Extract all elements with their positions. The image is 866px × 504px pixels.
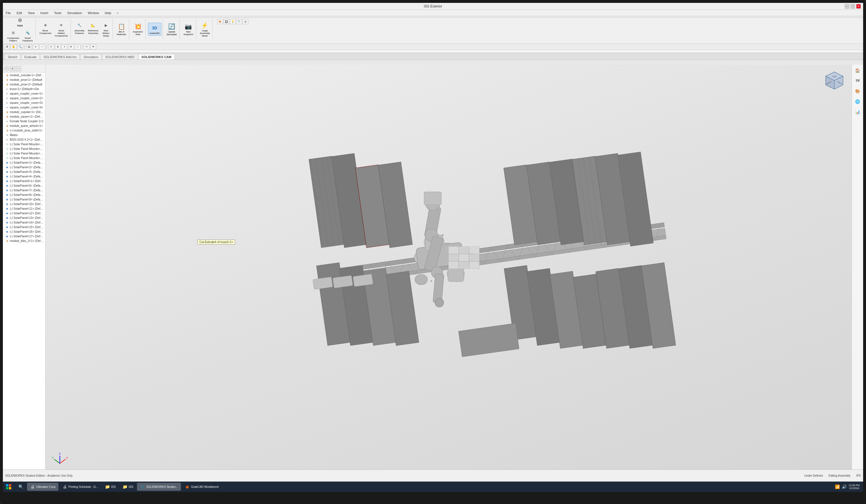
tree-item-11[interactable]: ◉module_quest_airlock<1>: [3, 123, 45, 128]
view-btn-pan[interactable]: ✋: [11, 44, 16, 49]
right-chart-icon[interactable]: 📊: [853, 107, 862, 116]
tree-item-4[interactable]: ▸square_coupler_cover<1>: [3, 91, 45, 96]
filter-btn[interactable]: ≡: [10, 66, 15, 71]
maximize-button[interactable]: □: [851, 4, 855, 9]
taskbar-iss-1[interactable]: 📁 ISS: [102, 483, 119, 491]
view-cube[interactable]: TOP FRONT RIGHT: [823, 70, 846, 93]
tree-item-9[interactable]: ◉module_zaryer<1> (Defaul...: [3, 114, 45, 119]
smart-fasteners-button[interactable]: 🔩 SmartFasteners: [21, 28, 34, 43]
exploded-view-button[interactable]: 💥 ExplodedView: [132, 22, 144, 36]
tab-mbd[interactable]: SOLIDWORKS MBD: [102, 54, 138, 59]
tray-volume[interactable]: 🔊: [842, 484, 847, 489]
tree-item-33[interactable]: ▣(-) SolarPanel<15> (Default<<: [3, 225, 45, 229]
tree-item-25[interactable]: ▣(-) SolarPanel<7> (Default<<D: [3, 188, 45, 192]
viewport[interactable]: Cut-Extrude4 of truss2<1> TOP FRONT RIGH…: [45, 65, 852, 480]
display-btn-1[interactable]: 🎨: [217, 19, 223, 24]
reference-geometry-button[interactable]: 📐 ReferenceGeometry: [86, 20, 100, 38]
tree-item-31[interactable]: ▣(-) SolarPanel<13> (Default<<: [3, 215, 45, 220]
tree-item-10[interactable]: ▸Female Node Coupler 2<1: [3, 119, 45, 123]
menu-insert[interactable]: Insert: [39, 11, 49, 15]
instant3d-button[interactable]: 3D Instant3D: [148, 23, 161, 36]
menu-file[interactable]: File: [4, 11, 12, 15]
tree-item-14[interactable]: ▸8020-1010 X 2<1> (Default<<D: [3, 137, 45, 142]
tree-item-30[interactable]: ▣(-) SolarPanel<12> (Default<<: [3, 211, 45, 215]
tree-item-6[interactable]: ▸square_coupler_cover<3>: [3, 100, 45, 105]
tree-item-27[interactable]: ▣(-) SolarPanel<9> (Default<<D: [3, 197, 45, 202]
tree-options-btn[interactable]: ⋯: [16, 66, 21, 71]
tree-item-35[interactable]: ▣(-) SolarPanel<17> (Default<<: [3, 234, 45, 238]
taskbar-grabcad[interactable]: ◉ GrabCAD Workbench: [182, 483, 222, 491]
tree-item-3[interactable]: ▸truss<1> (Default<<De: [3, 87, 45, 91]
tree-item-7[interactable]: ▸square_coupler_cover<4>: [3, 105, 45, 110]
tab-sketch[interactable]: Sketch: [4, 54, 21, 59]
view-btn-back[interactable]: B: [55, 44, 61, 49]
update-speedpak-button[interactable]: 🔄 UpdateSpeedpak: [165, 22, 178, 36]
tree-item-24[interactable]: ▣(-) SolarPanel<6> (Default<<D: [3, 183, 45, 188]
tree-item-29[interactable]: ▣(-) SolarPanel<11> (Default<<: [3, 206, 45, 211]
taskbar-iss-2[interactable]: 📁 ISS: [119, 483, 136, 491]
view-btn-right[interactable]: R: [68, 44, 74, 49]
tree-item-15[interactable]: ⊡(-) Solar Panel Mounts<1> (De: [3, 142, 45, 146]
assembly-features-button[interactable]: 🔧 AssemblyFeatures: [73, 20, 86, 38]
menu-view[interactable]: View: [27, 11, 36, 15]
tray-wifi[interactable]: 📶: [835, 484, 840, 489]
tab-evaluate[interactable]: Evaluate: [21, 54, 40, 59]
display-btn-3[interactable]: 💡: [230, 19, 236, 24]
tree-item-13[interactable]: ⊕Mates: [3, 133, 45, 137]
move-component-button[interactable]: ✥ MoveComponent: [38, 20, 53, 38]
taskbar-ultimaker[interactable]: 🖨 Ultimaker Cura: [27, 483, 58, 491]
taskbar-search[interactable]: 🔍: [15, 483, 26, 491]
tab-simulation[interactable]: Simulation: [80, 54, 101, 59]
right-home-icon[interactable]: 🏠: [853, 66, 862, 75]
show-hidden-button[interactable]: 👁 ShowHiddenComponents: [53, 20, 69, 38]
tree-item-1[interactable]: ◉module_pma<1> (Default: [3, 77, 45, 82]
large-assembly-mode-button[interactable]: ⚡ LargeAssemblyMode: [199, 20, 211, 38]
tree-item-0[interactable]: ◉module_zvezda<1> (Defa...: [3, 73, 45, 77]
taskbar-solidworks[interactable]: ⬡ SOLIDWORKS Studen...: [137, 483, 181, 491]
view-btn-front[interactable]: F: [48, 44, 54, 49]
menu-window[interactable]: Window: [87, 11, 100, 15]
component-pattern-button[interactable]: ⊞ ComponentPattern: [6, 28, 20, 43]
bill-of-materials-button[interactable]: 📋 Bill ofMaterials: [115, 22, 128, 36]
menu-tools[interactable]: Tools: [53, 11, 63, 15]
mate-button[interactable]: ⊕ Mate: [13, 15, 26, 28]
snapshot-button[interactable]: 📷 TakeSnapshot: [182, 22, 195, 36]
tab-cam[interactable]: SOLIDWORKS CAM: [138, 54, 175, 59]
tree-item-34[interactable]: ▣(-) SolarPanel<16> (Default<<: [3, 229, 45, 234]
clock[interactable]: 12:00 PM 1/1/2024: [848, 484, 860, 490]
minimize-button[interactable]: —: [845, 4, 849, 9]
view-btn-dynamic[interactable]: ⟳: [90, 44, 96, 49]
tree-item-21[interactable]: ▣(-) SolarPanel<3> (Default<<D: [3, 169, 45, 174]
display-btn-4[interactable]: 🔭: [236, 19, 242, 24]
tree-item-32[interactable]: ▣(-) SolarPanel<14> (Default<<: [3, 220, 45, 225]
menu-edit[interactable]: Edit: [15, 11, 23, 15]
close-button[interactable]: ✕: [856, 4, 861, 9]
tree-item-17[interactable]: ⊡(-) Solar Panel Mounts<3> (De: [3, 151, 45, 156]
tree-item-18[interactable]: ⊡(-) Solar Panel Mounts<4> (De: [3, 156, 45, 160]
tree-item-23[interactable]: ▣(-) SolarPanel3<1> (Default<<D: [3, 179, 45, 183]
tab-addins[interactable]: SOLIDWORKS Add-Ins: [40, 54, 80, 59]
menu-simulation[interactable]: Simulation: [66, 11, 83, 15]
view-btn-iso[interactable]: I: [75, 44, 80, 49]
tree-item-28[interactable]: ▣(-) SolarPanel<10> (Default<<: [3, 202, 45, 206]
menu-help[interactable]: Help: [103, 11, 112, 15]
view-btn-zoom-out[interactable]: −: [40, 44, 45, 49]
tree-item-5[interactable]: ▸square_coupler_cover<2>: [3, 96, 45, 100]
tree-item-36[interactable]: ◉module_kibo_2<1> (Default<<: [3, 238, 45, 243]
tree-item-8[interactable]: ◉module_cupolar<1> (Defa...: [3, 110, 45, 114]
tree-item-12[interactable]: ◉(-) module_pma_solid<1>: [3, 128, 45, 133]
tree-item-19[interactable]: ▣(-) SolarPanel<1> (Default<<D: [3, 160, 45, 165]
view-btn-zoom[interactable]: 🔍: [17, 44, 23, 49]
right-color-icon[interactable]: 🎨: [853, 87, 862, 96]
new-motion-button[interactable]: ▶ NewMotionStudy: [100, 20, 111, 38]
tree-item-20[interactable]: ▣(-) SolarPanel<2> (Default<<D: [3, 165, 45, 169]
taskbar-printing[interactable]: 🖨 Printing Schedule - G...: [59, 483, 101, 491]
display-btn-2[interactable]: 🔲: [224, 19, 229, 24]
view-btn-fit[interactable]: ⊡: [26, 44, 32, 49]
right-nav-icon[interactable]: 🗺: [853, 76, 862, 86]
windows-start-button[interactable]: [4, 483, 13, 491]
collapse-all-btn[interactable]: −: [4, 66, 9, 71]
display-btn-5[interactable]: ⊡: [243, 19, 248, 24]
right-globe-icon[interactable]: 🌐: [853, 97, 862, 106]
tree-item-26[interactable]: ▣(-) SolarPanel<8> (Default<<D: [3, 192, 45, 197]
